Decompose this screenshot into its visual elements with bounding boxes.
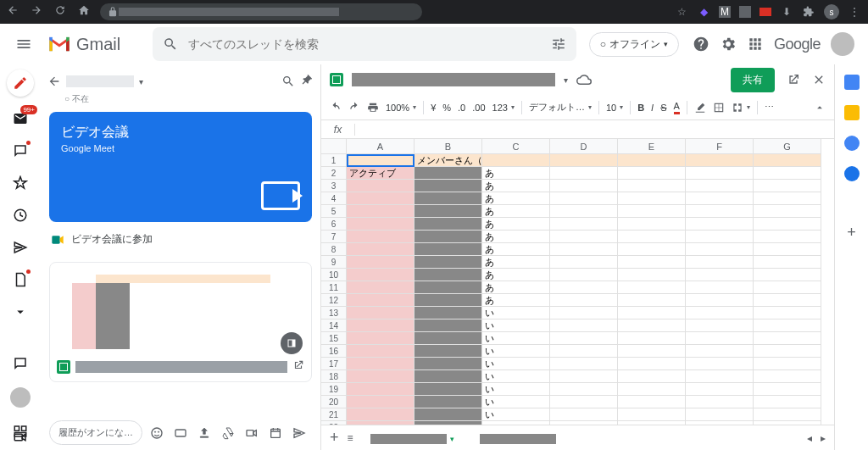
cell-C11[interactable]: あ [482,281,550,294]
cell-G22[interactable] [754,421,821,425]
cell-D2[interactable] [550,167,618,180]
contacts-addon-icon[interactable] [844,166,860,181]
percent-button[interactable]: % [442,103,451,113]
cell-B12[interactable] [415,294,482,307]
cell-B14[interactable] [415,319,482,332]
cell-F2[interactable] [686,167,754,180]
cell-B17[interactable] [415,358,482,370]
col-header-E[interactable]: E [618,139,686,154]
rail-user-avatar[interactable] [10,387,31,408]
cell-G6[interactable] [754,218,821,231]
main-menu-button[interactable] [7,27,41,61]
cell-C18[interactable]: い [482,370,550,383]
rail-chat2[interactable] [10,353,31,374]
cell-C5[interactable]: あ [482,205,550,218]
cell-A18[interactable] [347,370,415,383]
cell-D4[interactable] [550,192,618,205]
spreadsheet-grid[interactable]: ABCDEFG1メンバーさん（敬称略）2アクティブあ3あ4あ5あ6あ7あ8あ9あ… [321,139,834,425]
text-color[interactable]: A [674,101,680,114]
cell-F11[interactable] [686,281,754,294]
ext-icon-2[interactable]: M [719,6,731,18]
row-header[interactable]: 6 [321,218,347,231]
help-icon[interactable] [693,36,709,53]
account-avatar[interactable] [831,32,854,56]
currency-yen[interactable]: ¥ [431,103,436,113]
cell-D17[interactable] [550,358,618,370]
cell-F9[interactable] [686,256,754,269]
cell-C22[interactable]: い [482,421,550,425]
cell-A6[interactable] [347,218,415,231]
cell-C12[interactable]: あ [482,294,550,307]
cell-A19[interactable] [347,383,415,396]
font-select[interactable]: デフォルト… [529,101,592,114]
cell-B15[interactable] [415,332,482,345]
cell-C9[interactable]: あ [482,256,550,269]
row-header[interactable]: 2 [321,167,347,180]
row-header[interactable]: 12 [321,294,347,307]
cell-A16[interactable] [347,345,415,358]
cell-F6[interactable] [686,218,754,231]
cell-G15[interactable] [754,332,821,345]
cell-D21[interactable] [550,408,618,421]
back-arrow-icon[interactable] [47,75,61,88]
row-header[interactable]: 14 [321,319,347,332]
cell-C19[interactable]: い [482,383,550,396]
video-call-icon[interactable] [242,424,261,442]
col-header-G[interactable]: G [754,139,821,154]
cell-C13[interactable]: い [482,307,550,319]
print-button[interactable] [367,102,379,114]
cell-D20[interactable] [550,396,618,408]
cell-E19[interactable] [618,383,686,396]
cell-E18[interactable] [618,370,686,383]
cell-A13[interactable] [347,307,415,319]
browser-avatar[interactable]: s [824,4,839,19]
cell-C21[interactable]: い [482,408,550,421]
cell-F22[interactable] [686,421,754,425]
cell-E9[interactable] [618,256,686,269]
cell-F13[interactable] [686,307,754,319]
chat-dropdown[interactable]: ▾ [139,77,149,86]
cell-E22[interactable] [618,421,686,425]
cell-D12[interactable] [550,294,618,307]
cell-D16[interactable] [550,345,618,358]
pin-icon[interactable] [298,72,317,92]
undo-button[interactable] [330,102,342,114]
open-new-icon[interactable] [787,73,800,86]
row-header[interactable]: 22 [321,421,347,425]
cell-A12[interactable] [347,294,415,307]
cell-F16[interactable] [686,345,754,358]
cloud-icon[interactable] [576,72,592,87]
corner-cell[interactable] [321,139,347,154]
num-format[interactable]: 123 [492,103,515,113]
redo-button[interactable] [348,102,360,114]
strike-button[interactable]: S [660,103,666,113]
cell-C16[interactable]: い [482,345,550,358]
share-button[interactable]: 共有 [731,68,775,92]
cell-C10[interactable]: あ [482,269,550,281]
cell-G12[interactable] [754,294,821,307]
cell-A21[interactable] [347,408,415,421]
row-header[interactable]: 13 [321,307,347,319]
cell-F8[interactable] [686,243,754,256]
row-header[interactable]: 1 [321,154,347,167]
search-box[interactable] [153,27,576,61]
forward-icon[interactable] [31,4,42,19]
gmail-logo[interactable]: Gmail [47,35,120,54]
search-input[interactable] [188,37,541,51]
ext-icon-4[interactable] [760,8,771,16]
dec-increase[interactable]: .00 [472,103,485,113]
apps-icon[interactable] [747,36,764,53]
row-header[interactable]: 11 [321,281,347,294]
cell-A8[interactable] [347,243,415,256]
row-header[interactable]: 16 [321,345,347,358]
url-bar[interactable] [100,3,422,20]
ext-icon-3[interactable] [739,6,751,18]
chat-input[interactable]: 履歴がオンにな… [49,420,142,445]
cell-A3[interactable] [347,180,415,192]
drive-icon[interactable] [219,424,237,442]
cell-B19[interactable] [415,383,482,396]
rail-starred[interactable] [10,173,31,193]
row-header[interactable]: 5 [321,205,347,218]
cell-B11[interactable] [415,281,482,294]
formula-bar[interactable]: fx [321,120,834,139]
